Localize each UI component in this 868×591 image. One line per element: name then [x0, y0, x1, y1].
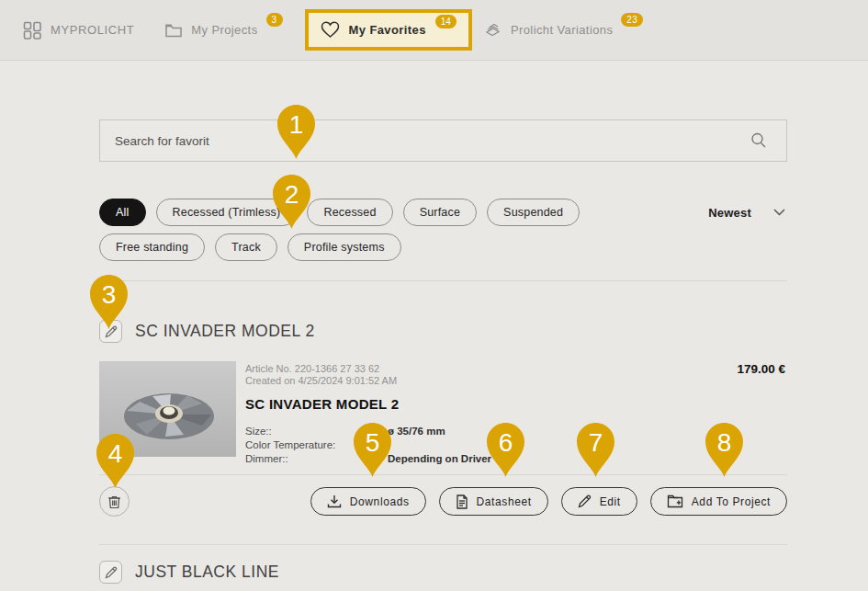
favorites-count-badge: 14	[435, 15, 457, 28]
filter-chips-row-2: Free standing Track Profile systems	[99, 233, 401, 261]
layers-icon	[483, 21, 502, 40]
product-actions: Downloads Datasheet	[99, 486, 787, 517]
button-label: Downloads	[350, 495, 410, 508]
rename-group-button[interactable]	[99, 561, 122, 584]
favorite-group-header: JUST BLACK LINE	[99, 561, 279, 584]
annotation-pin-2: 2	[271, 173, 312, 230]
filter-chips-row-1: All Recessed (Trimless) Recessed Surface…	[99, 199, 580, 226]
favorite-group-header: SC INVADER MODEL 2	[99, 320, 315, 343]
dashboard-grid-icon	[23, 21, 41, 40]
filter-chip-surface[interactable]: Surface	[403, 199, 477, 226]
chevron-down-icon	[773, 209, 785, 216]
product-price: 179.00 €	[737, 362, 785, 376]
projects-count-badge: 3	[266, 13, 283, 27]
annotation-pin-7: 7	[575, 421, 616, 478]
button-label: Datasheet	[477, 495, 532, 508]
created-date: Created on 4/25/2024 9:01:52 AM	[245, 375, 640, 387]
datasheet-button[interactable]: Datasheet	[439, 487, 548, 516]
sort-label: Newest	[708, 206, 751, 220]
divider	[99, 280, 787, 281]
annotation-pin-1: 1	[276, 103, 317, 160]
button-label: Edit	[600, 495, 621, 508]
product-action-buttons: Downloads Datasheet	[310, 487, 787, 516]
annotation-pin-5: 5	[352, 421, 393, 478]
add-to-project-button[interactable]: Add To Project	[650, 487, 787, 516]
group-title: JUST BLACK LINE	[135, 563, 279, 582]
search-icon[interactable]	[750, 131, 768, 150]
button-label: Add To Project	[692, 495, 771, 508]
annotation-pin-4: 4	[95, 432, 136, 489]
divider	[99, 474, 787, 475]
downloads-button[interactable]: Downloads	[310, 487, 426, 516]
tab-label: Prolicht Variations	[511, 21, 613, 40]
divider	[99, 544, 787, 545]
filter-chip-all[interactable]: All	[99, 199, 146, 226]
edit-button[interactable]: Edit	[561, 487, 637, 516]
filter-chip-free-standing[interactable]: Free standing	[99, 233, 205, 261]
pencil-icon	[578, 494, 592, 508]
filter-chip-suspended[interactable]: Suspended	[487, 199, 580, 226]
tab-my-projects[interactable]: My Projects 3	[164, 21, 282, 40]
sort-dropdown[interactable]: Newest	[708, 199, 785, 226]
brand-label: MYPROLICHT	[51, 23, 134, 37]
search-input[interactable]	[100, 134, 750, 148]
annotation-pin-3: 3	[88, 273, 130, 330]
tab-prolicht-variations[interactable]: Prolicht Variations 23	[483, 21, 643, 40]
folder-icon	[164, 21, 183, 40]
product-name: SC INVADER MODEL 2	[245, 396, 640, 412]
folder-plus-icon	[667, 494, 683, 508]
annotation-pin-6: 6	[485, 421, 526, 478]
delete-favorite-button[interactable]	[99, 486, 130, 517]
article-number: Article No. 220-1366 27 33 62	[245, 363, 640, 375]
brand[interactable]: MYPROLICHT	[23, 21, 134, 40]
filter-chip-track[interactable]: Track	[215, 233, 277, 261]
tab-my-favorites[interactable]: My Favorites 14	[305, 9, 472, 51]
filter-chip-recessed[interactable]: Recessed	[307, 199, 392, 226]
variations-count-badge: 23	[621, 13, 643, 27]
annotation-pin-8: 8	[704, 421, 745, 478]
heart-icon	[321, 21, 340, 39]
favorites-page: All Recessed (Trimless) Recessed Surface…	[99, 61, 787, 591]
top-navigation: MYPROLICHT My Projects 3 My Favorites 14	[0, 0, 868, 61]
document-icon	[456, 494, 468, 509]
tab-label: My Projects	[191, 21, 257, 40]
group-title: SC INVADER MODEL 2	[135, 322, 315, 341]
search-bar	[99, 119, 787, 162]
download-icon	[327, 494, 342, 508]
tab-label: My Favorites	[349, 23, 426, 37]
filter-chip-profile-systems[interactable]: Profile systems	[287, 233, 401, 261]
